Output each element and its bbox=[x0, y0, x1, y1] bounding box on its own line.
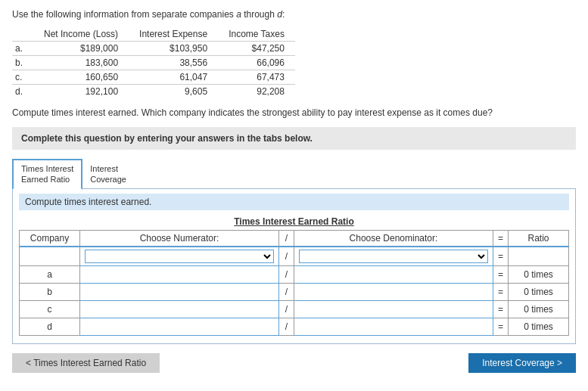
numerator-d[interactable] bbox=[80, 318, 279, 335]
denominator-select-header[interactable] bbox=[299, 250, 488, 263]
ratio-table-title: Times Interest Earned Ratio bbox=[19, 216, 569, 227]
numerator-c[interactable] bbox=[80, 300, 279, 318]
numerator-dropdown-header[interactable] bbox=[80, 247, 279, 266]
slash-b: / bbox=[278, 283, 294, 300]
numerator-select-header[interactable] bbox=[85, 250, 274, 263]
ratio-table-container: Times Interest Earned Ratio Company Choo… bbox=[19, 216, 569, 336]
denominator-c[interactable] bbox=[294, 300, 493, 318]
col-income-taxes: Income Taxes bbox=[218, 27, 295, 42]
numerator-input-c[interactable] bbox=[85, 303, 274, 315]
numerator-input-d[interactable] bbox=[85, 321, 274, 333]
row-b-net-income: 183,600 bbox=[33, 56, 129, 70]
compute-question: Compute times interest earned. Which com… bbox=[12, 107, 576, 118]
company-b: b bbox=[20, 283, 80, 300]
ratio-c: 0 times bbox=[509, 300, 569, 318]
complete-box: Complete this question by entering your … bbox=[12, 127, 576, 150]
table-row: d / = 0 times bbox=[20, 318, 569, 335]
company-c: c bbox=[20, 300, 80, 318]
table-row: b / = 0 times bbox=[20, 283, 569, 300]
table-row: / = bbox=[20, 247, 569, 266]
eq-b: = bbox=[493, 283, 508, 300]
ratio-header bbox=[509, 247, 569, 266]
col-interest-expense: Interest Expense bbox=[129, 27, 218, 42]
company-blank-header bbox=[20, 247, 80, 266]
table-row: c / = 0 times bbox=[20, 300, 569, 318]
denominator-input-b[interactable] bbox=[299, 286, 488, 298]
col-net-income: Net Income (Loss) bbox=[33, 27, 129, 42]
ratio-table: Company Choose Numerator: / Choose Denom… bbox=[19, 230, 569, 336]
row-d-net-income: 192,100 bbox=[33, 85, 129, 99]
ratio-d: 0 times bbox=[509, 318, 569, 335]
intro-text: Use the following information from separ… bbox=[12, 9, 576, 20]
denominator-d[interactable] bbox=[294, 318, 493, 335]
row-c-interest: 61,047 bbox=[129, 70, 218, 85]
slash-header: / bbox=[278, 247, 294, 266]
eq-header: = bbox=[493, 247, 508, 266]
row-d-interest: 9,605 bbox=[129, 85, 218, 99]
row-label-b: b. bbox=[12, 56, 33, 70]
denominator-dropdown-header[interactable] bbox=[294, 247, 493, 266]
tab-interest-coverage[interactable]: Interest Coverage bbox=[82, 160, 134, 188]
numerator-input-b[interactable] bbox=[85, 286, 274, 298]
tab-times-interest[interactable]: Times Interest Earned Ratio bbox=[12, 159, 82, 190]
row-d-taxes: 92,208 bbox=[218, 85, 295, 99]
tab-content-area: Compute times interest earned. Times Int… bbox=[12, 188, 576, 344]
slash-d: / bbox=[278, 318, 294, 335]
col-header-eq: = bbox=[493, 230, 508, 247]
col-header-numerator: Choose Numerator: bbox=[80, 230, 279, 247]
row-label-a: a. bbox=[12, 42, 33, 56]
numerator-a[interactable] bbox=[80, 265, 279, 283]
col-header-company: Company bbox=[20, 230, 80, 247]
eq-c: = bbox=[493, 300, 508, 318]
col-header-ratio: Ratio bbox=[509, 230, 569, 247]
row-c-net-income: 160,650 bbox=[33, 70, 129, 85]
slash-a: / bbox=[278, 265, 294, 283]
company-d: d bbox=[20, 318, 80, 335]
row-a-taxes: $47,250 bbox=[218, 42, 295, 56]
nav-buttons: Times Interest Earned Ratio Interest Cov… bbox=[12, 353, 576, 373]
row-c-taxes: 67,473 bbox=[218, 70, 295, 85]
data-table: Net Income (Loss) Interest Expense Incom… bbox=[12, 27, 295, 98]
denominator-input-a[interactable] bbox=[299, 268, 488, 281]
row-b-interest: 38,556 bbox=[129, 56, 218, 70]
denominator-input-d[interactable] bbox=[299, 321, 488, 333]
slash-c: / bbox=[278, 300, 294, 318]
row-a-interest: $103,950 bbox=[129, 42, 218, 56]
ratio-b: 0 times bbox=[509, 283, 569, 300]
col-header-denominator: Choose Denominator: bbox=[294, 230, 493, 247]
company-a: a bbox=[20, 265, 80, 283]
ratio-a: 0 times bbox=[509, 265, 569, 283]
compute-earned-label: Compute times interest earned. bbox=[19, 194, 569, 210]
denominator-b[interactable] bbox=[294, 283, 493, 300]
row-label-d: d. bbox=[12, 85, 33, 99]
prev-button[interactable]: Times Interest Earned Ratio bbox=[12, 353, 160, 373]
row-a-net-income: $189,000 bbox=[33, 42, 129, 56]
denominator-a[interactable] bbox=[294, 265, 493, 283]
col-header-slash: / bbox=[278, 230, 294, 247]
row-label-c: c. bbox=[12, 70, 33, 85]
eq-a: = bbox=[493, 265, 508, 283]
numerator-input-a[interactable] bbox=[85, 268, 274, 281]
denominator-input-c[interactable] bbox=[299, 303, 488, 315]
table-row: a / = 0 times bbox=[20, 265, 569, 283]
eq-d: = bbox=[493, 318, 508, 335]
next-button[interactable]: Interest Coverage bbox=[468, 353, 576, 373]
row-b-taxes: 66,096 bbox=[218, 56, 295, 70]
numerator-b[interactable] bbox=[80, 283, 279, 300]
